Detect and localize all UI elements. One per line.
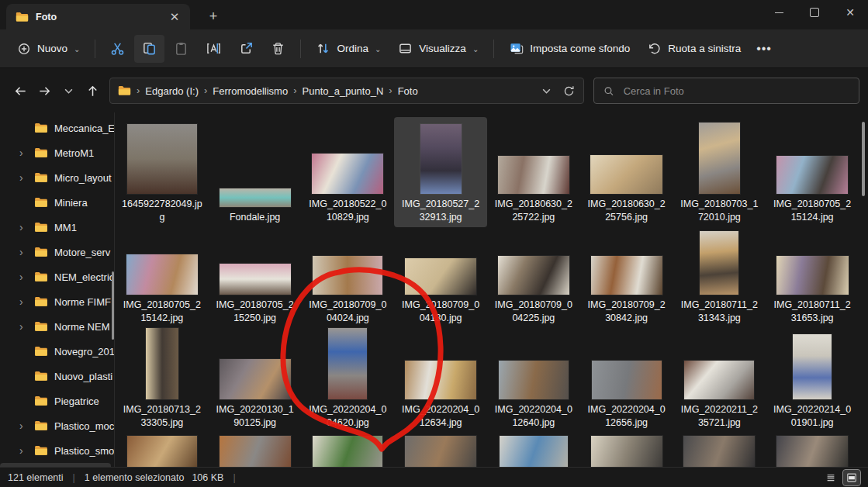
sidebar-folder-item[interactable]: › Micro_layout xyxy=(0,165,114,190)
rotate-left-icon xyxy=(647,41,662,56)
sidebar-folder-item[interactable]: › Plastico_smo xyxy=(0,438,114,463)
chevron-right-icon[interactable]: › xyxy=(19,445,28,456)
file-item[interactable] xyxy=(116,433,209,467)
file-item[interactable]: IMG_20180709_004024.jpg xyxy=(302,227,395,328)
view-button[interactable]: Visualizza ⌄ xyxy=(390,35,486,63)
selection-size: 106 KB xyxy=(192,472,223,483)
details-view-button[interactable] xyxy=(822,470,839,485)
delete-button[interactable] xyxy=(263,35,293,63)
breadcrumb-segment[interactable]: Punto_a_punto_N xyxy=(303,85,384,97)
sidebar-scrollbar[interactable] xyxy=(112,271,114,340)
close-icon: ✕ xyxy=(846,7,855,18)
chevron-right-icon[interactable]: › xyxy=(19,321,28,332)
chevron-right-icon[interactable]: › xyxy=(19,420,28,431)
chevron-right-icon[interactable]: › xyxy=(19,271,28,282)
file-item[interactable] xyxy=(394,433,487,467)
file-item[interactable]: IMG_20180705_215142.jpg xyxy=(116,227,209,328)
breadcrumb-segment[interactable]: Edgardo (I:) xyxy=(145,85,199,97)
file-item[interactable]: 1645922782049.jpg xyxy=(116,117,209,227)
sidebar-folder-item[interactable]: › Miniera xyxy=(0,190,114,215)
file-item[interactable] xyxy=(766,433,859,467)
sidebar-folder-item[interactable]: › Novegro_201 xyxy=(0,339,114,364)
file-item[interactable]: IMG_20180709_004130.jpg xyxy=(394,227,487,328)
file-item[interactable]: IMG_20220214_001901.jpg xyxy=(766,328,859,433)
file-item[interactable] xyxy=(673,433,766,467)
chevron-right-icon[interactable]: › xyxy=(19,147,28,158)
file-item[interactable]: IMG_20220211_235721.jpg xyxy=(673,328,766,433)
share-button[interactable] xyxy=(231,35,261,63)
more-options-button[interactable]: ••• xyxy=(750,42,778,56)
maximize-button[interactable] xyxy=(797,0,832,25)
back-button[interactable] xyxy=(9,79,33,103)
rotate-left-button[interactable]: Ruota a sinistra xyxy=(639,35,749,63)
sidebar-folder-item[interactable]: › NEM_electric xyxy=(0,264,114,289)
file-item[interactable]: IMG_20180711_231343.jpg xyxy=(673,227,766,328)
address-dropdown-icon[interactable] xyxy=(541,86,552,96)
file-thumbnail xyxy=(220,188,291,207)
sidebar-folder-item[interactable]: › MetroM1 xyxy=(0,140,114,165)
minimize-button[interactable] xyxy=(761,0,797,25)
chevron-right-icon[interactable]: › xyxy=(19,296,28,307)
chevron-right-icon[interactable]: › xyxy=(19,172,28,183)
file-item[interactable]: IMG_20180709_004225.jpg xyxy=(487,227,580,328)
sidebar-folder-item[interactable]: › Meccanica_E xyxy=(0,116,114,140)
file-item[interactable]: IMG_20180630_225756.jpg xyxy=(580,117,673,227)
file-item[interactable]: IMG_20180713_233305.jpg xyxy=(116,328,209,433)
sidebar-folder-item[interactable]: › Norme FIMF xyxy=(0,289,114,314)
file-item[interactable]: IMG_20180527_232913.jpg xyxy=(394,117,487,227)
folder-icon xyxy=(34,123,48,133)
file-item[interactable]: IMG_20180705_215124.jpg xyxy=(766,117,859,227)
new-tab-button[interactable]: + xyxy=(203,6,223,26)
file-item[interactable]: Fondale.jpg xyxy=(209,117,302,227)
file-item[interactable] xyxy=(209,433,302,467)
paste-button[interactable] xyxy=(166,35,196,63)
refresh-icon[interactable] xyxy=(562,85,576,98)
new-button-label: Nuovo xyxy=(37,43,67,54)
file-name: IMG_20180522_010829.jpg xyxy=(307,198,388,224)
chevron-right-icon[interactable]: › xyxy=(19,222,28,233)
content-scrollbar[interactable] xyxy=(862,122,865,196)
sidebar-folder-item[interactable]: › Plastico_moc xyxy=(0,413,114,438)
forward-button[interactable] xyxy=(33,79,57,103)
file-item[interactable]: IMG_20180709_230842.jpg xyxy=(580,227,673,328)
tab-foto[interactable]: Foto ✕ xyxy=(6,4,190,29)
sort-button[interactable]: Ordina ⌄ xyxy=(308,35,389,63)
breadcrumb-segment[interactable]: Foto xyxy=(398,85,418,97)
tab-close-icon[interactable]: ✕ xyxy=(167,9,182,25)
copy-button[interactable] xyxy=(134,35,164,63)
recent-locations-button[interactable] xyxy=(57,79,81,103)
close-button[interactable]: ✕ xyxy=(832,0,868,25)
file-item[interactable]: IMG_20180630_225722.jpg xyxy=(487,117,580,227)
sidebar-folder-item[interactable]: › MM1 xyxy=(0,215,114,240)
cut-button[interactable] xyxy=(102,35,133,63)
sidebar-folder-item[interactable]: › Piegatrice xyxy=(0,389,114,413)
search-input[interactable] xyxy=(622,85,849,98)
new-button[interactable]: Nuovo ⌄ xyxy=(9,35,88,63)
sidebar-folder-item[interactable]: › Nuovo_plasti xyxy=(0,364,114,389)
set-as-background-button[interactable]: Imposta come sfondo xyxy=(501,35,638,63)
file-item[interactable]: IMG_20180703_172010.jpg xyxy=(673,117,766,227)
file-item[interactable]: IMG_20220204_012640.jpg xyxy=(487,328,580,433)
rename-icon xyxy=(206,41,222,56)
file-item[interactable]: IMG_20220204_012656.jpg xyxy=(580,328,673,433)
breadcrumb-segment[interactable]: Ferromodellismo xyxy=(213,85,288,97)
chevron-right-icon[interactable]: › xyxy=(19,247,28,257)
file-item[interactable]: IMG_20220130_190125.jpg xyxy=(209,328,302,433)
file-item[interactable]: IMG_20180522_010829.jpg xyxy=(302,117,395,227)
thumbnails-view-button[interactable] xyxy=(843,470,860,485)
file-thumbnail xyxy=(776,156,848,194)
search-box[interactable] xyxy=(593,78,859,104)
file-thumbnail xyxy=(591,436,662,467)
file-item[interactable]: IMG_20220204_004620.jpg xyxy=(302,328,395,433)
up-button[interactable] xyxy=(81,79,105,103)
file-item[interactable] xyxy=(580,433,673,467)
sidebar-folder-item[interactable]: › Norme NEM xyxy=(0,314,114,339)
breadcrumb[interactable]: ›Edgardo (I:)›Ferromodellismo›Punto_a_pu… xyxy=(109,78,584,104)
file-item[interactable]: IMG_20180711_231653.jpg xyxy=(766,227,859,328)
file-item[interactable]: IMG_20180705_215250.jpg xyxy=(209,227,302,328)
file-item[interactable]: IMG_20220204_012634.jpg xyxy=(394,328,487,433)
rename-button[interactable] xyxy=(198,35,230,63)
file-item[interactable] xyxy=(302,433,395,467)
file-item[interactable] xyxy=(487,433,580,467)
sidebar-folder-item[interactable]: › Motore_serv xyxy=(0,240,114,264)
